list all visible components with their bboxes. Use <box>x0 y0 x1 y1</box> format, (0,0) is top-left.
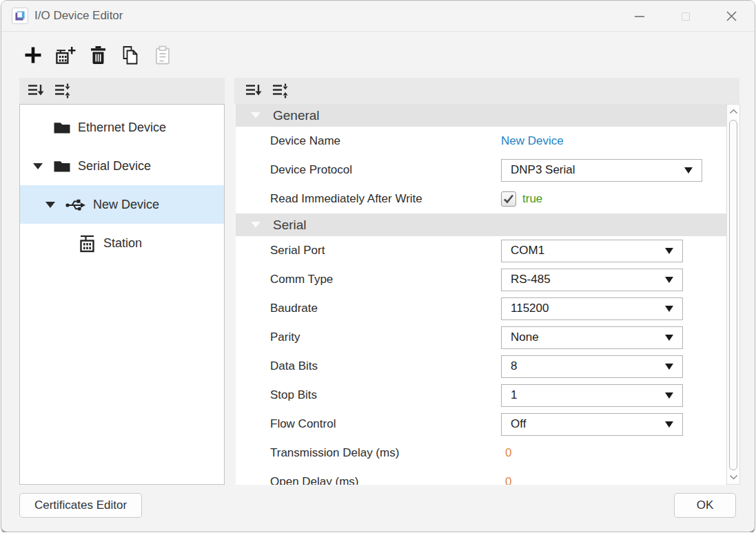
data-bits-dropdown[interactable]: 8 <box>501 355 683 378</box>
certificates-editor-button[interactable]: Certificates Editor <box>19 493 142 518</box>
delete-button[interactable] <box>88 45 108 65</box>
paste-button <box>152 45 173 65</box>
tree-item-serial-device[interactable]: Serial Device <box>20 147 224 185</box>
section-serial[interactable]: Serial <box>236 213 726 236</box>
chevron-up-icon <box>729 109 738 114</box>
device-protocol-dropdown[interactable]: DNP3 Serial <box>501 159 702 182</box>
io-device-editor-window: I/O Device Editor <box>1 0 755 532</box>
read-immediately-checkbox[interactable] <box>501 191 516 207</box>
window-title: I/O Device Editor <box>34 9 123 23</box>
toolbar <box>1 32 755 78</box>
tree-panel-header <box>19 78 225 104</box>
section-general[interactable]: General <box>236 104 726 127</box>
sort-descending-icon <box>245 83 263 99</box>
prop-sort-descending-button[interactable] <box>244 83 263 100</box>
app-logo-icon <box>12 8 28 24</box>
property-label: Device Name <box>236 134 501 148</box>
prop-sort-reorder-button[interactable] <box>271 83 289 100</box>
chevron-down-icon <box>665 364 673 370</box>
add-station-button[interactable] <box>55 45 76 65</box>
chevron-down-icon <box>665 392 673 399</box>
property-label: Read Immediately After Write <box>236 192 501 206</box>
row-parity: Parity None <box>236 323 726 352</box>
row-serial-port: Serial Port COM1 <box>236 236 726 265</box>
scrollbar-thumb[interactable] <box>729 120 737 470</box>
section-title: Serial <box>273 218 307 233</box>
property-grid: General Device Name New Device Device Pr… <box>236 104 726 485</box>
chevron-down-icon <box>684 167 693 174</box>
section-collapse-icon <box>251 222 260 228</box>
property-grid-scrollbar[interactable] <box>726 104 740 485</box>
window-controls <box>616 1 755 32</box>
close-icon <box>726 10 737 22</box>
paste-icon <box>154 45 171 65</box>
collapse-expander[interactable] <box>45 202 55 208</box>
comm-type-dropdown[interactable]: RS-485 <box>501 269 683 291</box>
dropdown-value: 115200 <box>511 302 549 315</box>
open-delay-value[interactable]: 0 <box>501 475 511 485</box>
chevron-down-icon <box>45 202 55 208</box>
dropdown-value: 8 <box>511 359 517 373</box>
add-station-icon <box>55 45 76 65</box>
sort-reorder-icon <box>54 83 72 99</box>
chevron-down-icon <box>665 306 673 312</box>
dropdown-value: 1 <box>511 388 517 402</box>
sort-descending-icon <box>27 83 45 99</box>
maximize-icon <box>682 12 690 21</box>
tree-item-label: Station <box>103 236 142 251</box>
tree-item-ethernet-device[interactable]: Ethernet Device <box>20 108 224 147</box>
serial-port-dropdown[interactable]: COM1 <box>501 240 683 262</box>
row-stop-bits: Stop Bits 1 <box>236 381 726 410</box>
property-label: Transmission Delay (ms) <box>236 446 501 460</box>
row-read-immediately: Read Immediately After Write true <box>236 185 726 213</box>
trash-icon <box>90 45 107 65</box>
parity-dropdown[interactable]: None <box>501 326 683 349</box>
checkmark-icon <box>503 194 514 204</box>
flow-control-dropdown[interactable]: Off <box>501 413 683 436</box>
scroll-up-button[interactable] <box>727 105 739 118</box>
sort-reorder-icon <box>272 83 289 99</box>
copy-button[interactable] <box>120 45 141 65</box>
row-transmission-delay: Transmission Delay (ms) 0 <box>236 439 726 468</box>
tree-sort-reorder-button[interactable] <box>53 83 72 100</box>
device-name-value[interactable]: New Device <box>501 134 564 148</box>
baudrate-dropdown[interactable]: 115200 <box>501 297 683 320</box>
tree-item-station[interactable]: Station <box>20 224 224 262</box>
stop-bits-dropdown[interactable]: 1 <box>501 384 683 407</box>
row-device-protocol: Device Protocol DNP3 Serial <box>236 156 726 185</box>
transmission-delay-value[interactable]: 0 <box>501 446 511 460</box>
chevron-down-icon <box>33 163 43 169</box>
tree-item-label: Serial Device <box>78 159 151 174</box>
section-title: General <box>273 108 320 123</box>
add-icon <box>23 45 43 65</box>
dropdown-value: COM1 <box>511 244 544 258</box>
copy-icon <box>121 45 139 65</box>
chevron-down-icon <box>665 421 673 428</box>
folder-icon <box>53 120 71 135</box>
ok-button[interactable]: OK <box>674 493 736 518</box>
add-device-button[interactable] <box>23 45 43 65</box>
folder-icon <box>53 158 71 174</box>
maximize-button[interactable] <box>662 1 708 32</box>
row-open-delay: Open Delay (ms) 0 <box>236 468 726 485</box>
scroll-down-button[interactable] <box>727 471 739 483</box>
tree-sort-descending-button[interactable] <box>26 83 45 100</box>
tree-item-label: New Device <box>93 198 159 212</box>
collapse-expander[interactable] <box>33 163 43 169</box>
chevron-down-icon <box>665 335 673 341</box>
title-bar: I/O Device Editor <box>1 1 755 32</box>
row-data-bits: Data Bits 8 <box>236 352 726 381</box>
dropdown-value: DNP3 Serial <box>511 163 575 177</box>
property-label: Comm Type <box>236 273 501 286</box>
chevron-down-icon <box>665 277 673 283</box>
tree-item-new-device[interactable]: New Device <box>20 185 224 224</box>
close-button[interactable] <box>708 1 755 32</box>
row-flow-control: Flow Control Off <box>236 410 726 439</box>
dropdown-value: Off <box>511 417 526 431</box>
minimize-button[interactable] <box>616 1 662 32</box>
property-label: Baudrate <box>236 302 501 315</box>
property-label: Device Protocol <box>236 163 501 177</box>
usb-icon <box>65 196 86 213</box>
property-label: Data Bits <box>236 359 501 373</box>
station-icon <box>78 234 96 253</box>
